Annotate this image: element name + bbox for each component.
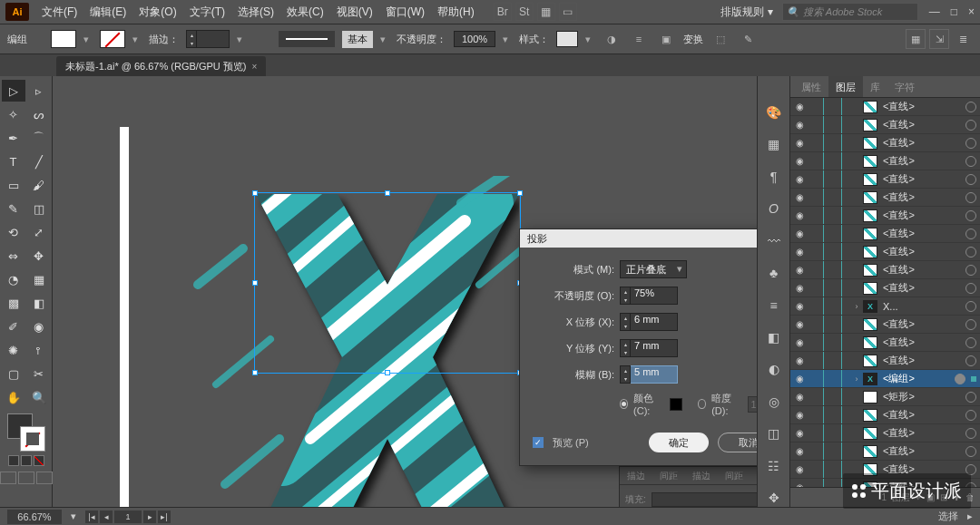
x-offset-input[interactable]: 6 mm xyxy=(631,313,678,331)
selection-bounding-box[interactable] xyxy=(254,192,521,374)
canvas[interactable]: 描边 间距 描边 间距 填充:▴▾ 配置文件:▾⇋ 投影 模式 (M): 正片叠… xyxy=(53,76,757,507)
target-icon[interactable] xyxy=(965,265,976,276)
opacity-field[interactable]: 100% xyxy=(454,31,495,47)
blur-input[interactable]: 5 mm xyxy=(631,365,678,384)
brushes-panel-icon[interactable]: 〰 xyxy=(764,232,784,249)
layer-row[interactable]: ◉<直线> xyxy=(790,207,980,225)
lasso-tool[interactable]: ᔕ xyxy=(27,103,51,125)
layer-row[interactable]: ◉<直线> xyxy=(790,98,980,116)
menu-effect[interactable]: 效果(C) xyxy=(281,1,329,24)
brush-definition-dropdown[interactable] xyxy=(279,31,335,47)
layer-name[interactable]: <直线> xyxy=(879,209,964,222)
target-icon[interactable] xyxy=(965,410,976,421)
layer-row[interactable]: ◉<直线> xyxy=(790,189,980,207)
appearance-tab-3[interactable]: 描边 xyxy=(685,467,718,484)
doc-setup-icon[interactable]: ▦ xyxy=(906,29,926,49)
visibility-toggle-icon[interactable]: ◉ xyxy=(792,247,807,257)
panel-tab-layers[interactable]: 图层 xyxy=(828,76,863,97)
arrange-docs-icon[interactable]: ▦ xyxy=(537,3,555,21)
visibility-toggle-icon[interactable]: ◉ xyxy=(792,301,807,311)
menu-select[interactable]: 选择(S) xyxy=(232,1,279,24)
swatches-panel-icon[interactable]: ▦ xyxy=(764,135,784,152)
layer-row[interactable]: ◉<直线> xyxy=(790,352,980,370)
chevron-down-icon[interactable]: ▾ xyxy=(83,34,93,45)
layer-name[interactable]: <矩形> xyxy=(879,390,964,403)
rotate-tool[interactable]: ⟲ xyxy=(2,221,25,243)
blend-mode-dropdown[interactable]: 正片叠底 xyxy=(620,260,687,278)
layer-row[interactable]: ◉<直线> xyxy=(790,424,980,442)
scale-tool[interactable]: ⤢ xyxy=(27,221,51,243)
gpu-icon[interactable]: ▭ xyxy=(559,3,577,21)
paintbrush-tool[interactable]: 🖌 xyxy=(27,174,51,196)
window-close-button[interactable]: × xyxy=(968,5,975,18)
color-panel-icon[interactable]: 🎨 xyxy=(764,103,784,121)
target-icon[interactable] xyxy=(965,192,976,203)
line-tool[interactable]: ╱ xyxy=(27,151,51,172)
panel-menu-icon[interactable]: ≣ xyxy=(953,29,973,49)
edit-symbol-icon[interactable]: ✎ xyxy=(738,29,758,49)
visibility-toggle-icon[interactable]: ◉ xyxy=(792,228,807,238)
pen-tool[interactable]: ✒ xyxy=(2,127,25,149)
layer-name[interactable]: <直线> xyxy=(879,190,964,204)
magic-wand-tool[interactable]: ✧ xyxy=(2,103,25,125)
workspace-switcher[interactable]: 排版规则 ▾ xyxy=(713,2,779,23)
menu-type[interactable]: 文字(T) xyxy=(184,1,230,24)
shaper-tool[interactable]: ✎ xyxy=(2,198,25,219)
layer-name[interactable]: <直线> xyxy=(879,118,964,131)
layer-name[interactable]: X... xyxy=(879,301,964,312)
opacity-input[interactable]: 75% xyxy=(631,287,678,305)
chevron-down-icon[interactable]: ▾ xyxy=(132,34,142,45)
expand-toggle-icon[interactable]: › xyxy=(852,374,861,384)
mesh-tool[interactable]: ▩ xyxy=(2,292,25,314)
layer-name[interactable]: <直线> xyxy=(879,426,964,440)
target-icon[interactable] xyxy=(965,120,976,131)
layer-name[interactable]: <直线> xyxy=(879,172,964,186)
appearance-tab-4[interactable]: 间距 xyxy=(718,467,750,484)
layer-row[interactable]: ◉›X<编组> xyxy=(790,370,980,388)
layer-name[interactable]: <直线> xyxy=(879,245,964,258)
layer-row[interactable]: ◉<直线> xyxy=(790,334,980,352)
layer-row[interactable]: ◉›XX... xyxy=(790,297,980,316)
target-icon[interactable] xyxy=(965,355,976,366)
target-icon[interactable] xyxy=(955,374,965,384)
fill-stroke-indicator[interactable] xyxy=(7,413,45,452)
ok-button[interactable]: 确定 xyxy=(649,433,709,452)
graphic-style-swatch[interactable] xyxy=(556,31,578,47)
target-icon[interactable] xyxy=(965,102,976,112)
color-radio[interactable] xyxy=(620,399,628,409)
symbols-panel-icon[interactable]: ♣ xyxy=(764,264,784,281)
y-offset-stepper[interactable]: ▴▾ 7 mm xyxy=(620,339,678,357)
chevron-down-icon[interactable]: ▾ xyxy=(380,34,389,45)
recolor-icon[interactable]: ◑ xyxy=(602,29,622,49)
rectangle-tool[interactable]: ▭ xyxy=(2,174,25,196)
color-mode-solid[interactable] xyxy=(8,455,19,466)
visibility-toggle-icon[interactable]: ◉ xyxy=(792,319,807,329)
target-icon[interactable] xyxy=(965,247,976,258)
target-icon[interactable] xyxy=(965,156,976,167)
type-tool[interactable]: T xyxy=(2,151,25,172)
menu-view[interactable]: 视图(V) xyxy=(331,1,378,24)
draw-normal[interactable] xyxy=(0,472,16,484)
column-graph-tool[interactable]: ⫯ xyxy=(27,339,51,361)
target-icon[interactable] xyxy=(965,210,976,221)
fill-swatch[interactable] xyxy=(51,30,76,48)
layer-name[interactable]: <直线> xyxy=(879,154,964,168)
layer-name[interactable]: <直线> xyxy=(879,281,964,295)
window-minimize-button[interactable]: — xyxy=(929,5,940,18)
target-icon[interactable] xyxy=(965,301,976,312)
layer-name[interactable]: <直线> xyxy=(879,354,964,367)
layer-row[interactable]: ◉<矩形> xyxy=(790,388,980,406)
darkness-radio[interactable] xyxy=(698,399,706,409)
visibility-toggle-icon[interactable]: ◉ xyxy=(792,120,807,130)
visibility-toggle-icon[interactable]: ◉ xyxy=(792,337,807,347)
visibility-toggle-icon[interactable]: ◉ xyxy=(792,464,807,474)
panel-tab-libraries[interactable]: 库 xyxy=(863,76,887,97)
curvature-tool[interactable]: ⌒ xyxy=(27,127,51,149)
layer-name[interactable]: <编组> xyxy=(879,372,953,385)
bridge-icon[interactable]: Br xyxy=(494,3,512,21)
visibility-toggle-icon[interactable]: ◉ xyxy=(792,210,807,220)
preferences-icon[interactable]: ⇲ xyxy=(929,29,949,49)
stroke-weight-stepper[interactable]: ▴▾ xyxy=(186,30,230,48)
layer-row[interactable]: ◉<直线> xyxy=(790,116,980,134)
align-button[interactable]: ≡ xyxy=(629,29,649,49)
